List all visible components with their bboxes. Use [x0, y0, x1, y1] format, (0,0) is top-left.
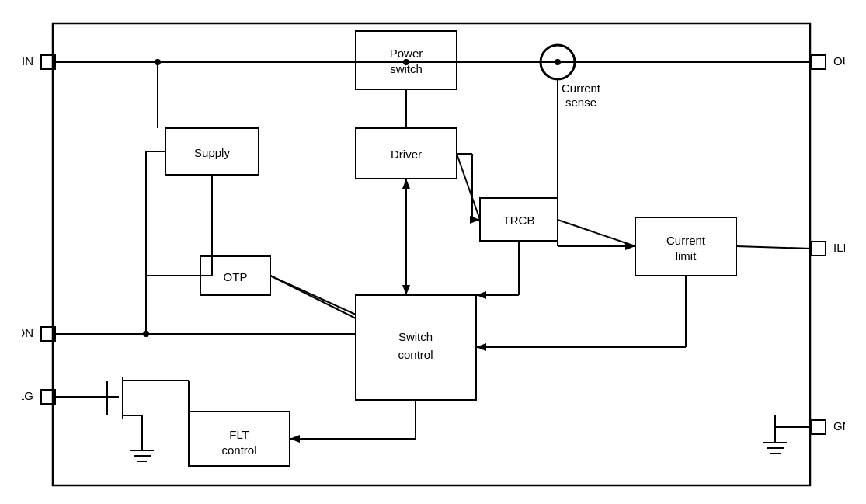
- flg-label: FLG: [22, 388, 33, 401]
- svg-line-28: [457, 154, 480, 220]
- ilim-label: ILIM: [833, 240, 845, 253]
- svg-rect-2: [812, 55, 826, 69]
- switch-control-label2: control: [398, 347, 433, 360]
- supply-label: Supply: [194, 145, 230, 158]
- otp-label: OTP: [223, 269, 247, 283]
- svg-line-42: [736, 246, 812, 249]
- svg-marker-72: [402, 179, 410, 189]
- current-limit-label2: limit: [675, 249, 696, 262]
- svg-point-24: [143, 331, 149, 337]
- gnd-label: GND: [833, 419, 845, 432]
- svg-line-38: [558, 220, 635, 246]
- svg-rect-6: [812, 420, 826, 434]
- driver-label: Driver: [391, 147, 422, 160]
- svg-rect-0: [53, 23, 810, 485]
- svg-marker-45: [476, 343, 486, 351]
- svg-marker-49: [290, 435, 300, 443]
- switch-control-label: Switch: [398, 329, 432, 342]
- power-switch-label2: switch: [390, 61, 423, 75]
- trcb-label: TRCB: [503, 213, 534, 226]
- svg-line-64: [270, 276, 356, 318]
- svg-point-10: [555, 59, 561, 65]
- svg-rect-5: [812, 242, 826, 255]
- block-diagram: IN OUT ON FLG ILIM GND Power switch Supp…: [22, 12, 845, 493]
- svg-marker-41: [625, 242, 635, 250]
- flt-control-label: FLT: [229, 427, 249, 440]
- svg-marker-35: [476, 291, 486, 299]
- current-limit-label: Current: [666, 233, 705, 246]
- in-label: IN: [22, 54, 33, 67]
- power-switch-label: Power: [389, 46, 423, 59]
- flt-control-label2: control: [221, 443, 256, 456]
- current-sense-label: Current: [561, 81, 600, 94]
- on-label: ON: [22, 325, 33, 339]
- svg-marker-73: [356, 308, 366, 318]
- svg-marker-27: [402, 285, 410, 295]
- out-label: OUT: [833, 54, 845, 67]
- current-sense-label2: sense: [565, 95, 596, 108]
